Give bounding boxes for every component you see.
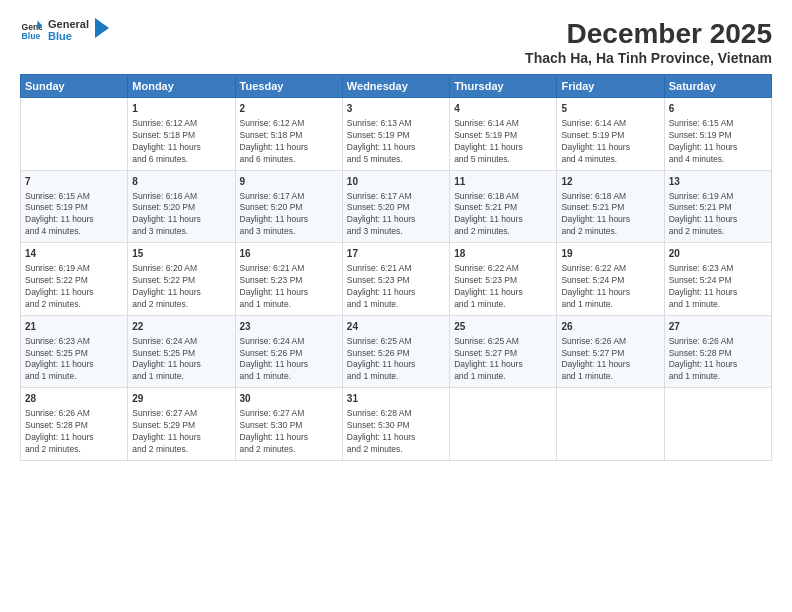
logo-chevron	[95, 18, 109, 38]
day-number: 1	[132, 102, 230, 116]
page: General Blue General Blue December 2025 …	[0, 0, 792, 612]
day-info: Sunrise: 6:14 AM Sunset: 5:19 PM Dayligh…	[561, 118, 659, 166]
calendar-cell: 25Sunrise: 6:25 AM Sunset: 5:27 PM Dayli…	[450, 315, 557, 388]
day-info: Sunrise: 6:28 AM Sunset: 5:30 PM Dayligh…	[347, 408, 445, 456]
calendar-cell: 22Sunrise: 6:24 AM Sunset: 5:25 PM Dayli…	[128, 315, 235, 388]
day-number: 18	[454, 247, 552, 261]
calendar-cell: 14Sunrise: 6:19 AM Sunset: 5:22 PM Dayli…	[21, 243, 128, 316]
day-info: Sunrise: 6:23 AM Sunset: 5:24 PM Dayligh…	[669, 263, 767, 311]
calendar-cell: 31Sunrise: 6:28 AM Sunset: 5:30 PM Dayli…	[342, 388, 449, 461]
calendar-cell: 6Sunrise: 6:15 AM Sunset: 5:19 PM Daylig…	[664, 98, 771, 171]
day-number: 29	[132, 392, 230, 406]
logo-blue: Blue	[48, 30, 89, 42]
day-number: 27	[669, 320, 767, 334]
day-info: Sunrise: 6:22 AM Sunset: 5:23 PM Dayligh…	[454, 263, 552, 311]
calendar-week-row: 21Sunrise: 6:23 AM Sunset: 5:25 PM Dayli…	[21, 315, 772, 388]
header-row: SundayMondayTuesdayWednesdayThursdayFrid…	[21, 75, 772, 98]
calendar-cell: 16Sunrise: 6:21 AM Sunset: 5:23 PM Dayli…	[235, 243, 342, 316]
calendar-cell: 7Sunrise: 6:15 AM Sunset: 5:19 PM Daylig…	[21, 170, 128, 243]
day-info: Sunrise: 6:26 AM Sunset: 5:27 PM Dayligh…	[561, 336, 659, 384]
day-info: Sunrise: 6:15 AM Sunset: 5:19 PM Dayligh…	[25, 191, 123, 239]
day-info: Sunrise: 6:27 AM Sunset: 5:29 PM Dayligh…	[132, 408, 230, 456]
day-number: 19	[561, 247, 659, 261]
day-info: Sunrise: 6:24 AM Sunset: 5:25 PM Dayligh…	[132, 336, 230, 384]
day-number: 15	[132, 247, 230, 261]
logo-icon: General Blue	[20, 19, 42, 41]
day-info: Sunrise: 6:23 AM Sunset: 5:25 PM Dayligh…	[25, 336, 123, 384]
calendar-cell: 13Sunrise: 6:19 AM Sunset: 5:21 PM Dayli…	[664, 170, 771, 243]
day-number: 2	[240, 102, 338, 116]
main-title: December 2025	[525, 18, 772, 50]
day-number: 22	[132, 320, 230, 334]
day-number: 10	[347, 175, 445, 189]
calendar-cell: 24Sunrise: 6:25 AM Sunset: 5:26 PM Dayli…	[342, 315, 449, 388]
day-number: 5	[561, 102, 659, 116]
day-number: 3	[347, 102, 445, 116]
day-number: 25	[454, 320, 552, 334]
day-number: 21	[25, 320, 123, 334]
calendar-cell: 1Sunrise: 6:12 AM Sunset: 5:18 PM Daylig…	[128, 98, 235, 171]
day-number: 8	[132, 175, 230, 189]
calendar-cell: 20Sunrise: 6:23 AM Sunset: 5:24 PM Dayli…	[664, 243, 771, 316]
calendar-cell: 3Sunrise: 6:13 AM Sunset: 5:19 PM Daylig…	[342, 98, 449, 171]
calendar-cell: 28Sunrise: 6:26 AM Sunset: 5:28 PM Dayli…	[21, 388, 128, 461]
calendar-cell: 10Sunrise: 6:17 AM Sunset: 5:20 PM Dayli…	[342, 170, 449, 243]
logo: General Blue General Blue	[20, 18, 109, 42]
day-info: Sunrise: 6:12 AM Sunset: 5:18 PM Dayligh…	[132, 118, 230, 166]
day-info: Sunrise: 6:25 AM Sunset: 5:27 PM Dayligh…	[454, 336, 552, 384]
day-number: 6	[669, 102, 767, 116]
day-info: Sunrise: 6:26 AM Sunset: 5:28 PM Dayligh…	[669, 336, 767, 384]
calendar-week-row: 7Sunrise: 6:15 AM Sunset: 5:19 PM Daylig…	[21, 170, 772, 243]
subtitle: Thach Ha, Ha Tinh Province, Vietnam	[525, 50, 772, 66]
calendar-cell: 5Sunrise: 6:14 AM Sunset: 5:19 PM Daylig…	[557, 98, 664, 171]
calendar-cell: 26Sunrise: 6:26 AM Sunset: 5:27 PM Dayli…	[557, 315, 664, 388]
header-day: Thursday	[450, 75, 557, 98]
header-day: Wednesday	[342, 75, 449, 98]
day-number: 31	[347, 392, 445, 406]
day-info: Sunrise: 6:19 AM Sunset: 5:21 PM Dayligh…	[669, 191, 767, 239]
day-info: Sunrise: 6:24 AM Sunset: 5:26 PM Dayligh…	[240, 336, 338, 384]
calendar-week-row: 1Sunrise: 6:12 AM Sunset: 5:18 PM Daylig…	[21, 98, 772, 171]
day-info: Sunrise: 6:21 AM Sunset: 5:23 PM Dayligh…	[240, 263, 338, 311]
day-number: 4	[454, 102, 552, 116]
calendar-cell: 9Sunrise: 6:17 AM Sunset: 5:20 PM Daylig…	[235, 170, 342, 243]
header-day: Monday	[128, 75, 235, 98]
day-number: 24	[347, 320, 445, 334]
calendar-table: SundayMondayTuesdayWednesdayThursdayFrid…	[20, 74, 772, 461]
day-info: Sunrise: 6:25 AM Sunset: 5:26 PM Dayligh…	[347, 336, 445, 384]
header-day: Saturday	[664, 75, 771, 98]
header-day: Sunday	[21, 75, 128, 98]
day-info: Sunrise: 6:19 AM Sunset: 5:22 PM Dayligh…	[25, 263, 123, 311]
day-number: 17	[347, 247, 445, 261]
svg-marker-3	[95, 18, 109, 38]
calendar-cell: 27Sunrise: 6:26 AM Sunset: 5:28 PM Dayli…	[664, 315, 771, 388]
logo-general: General	[48, 18, 89, 30]
day-number: 14	[25, 247, 123, 261]
day-info: Sunrise: 6:16 AM Sunset: 5:20 PM Dayligh…	[132, 191, 230, 239]
day-number: 20	[669, 247, 767, 261]
day-number: 9	[240, 175, 338, 189]
calendar-cell: 4Sunrise: 6:14 AM Sunset: 5:19 PM Daylig…	[450, 98, 557, 171]
day-info: Sunrise: 6:15 AM Sunset: 5:19 PM Dayligh…	[669, 118, 767, 166]
header: General Blue General Blue December 2025 …	[20, 18, 772, 66]
day-number: 23	[240, 320, 338, 334]
day-number: 11	[454, 175, 552, 189]
day-number: 26	[561, 320, 659, 334]
calendar-cell	[21, 98, 128, 171]
day-info: Sunrise: 6:26 AM Sunset: 5:28 PM Dayligh…	[25, 408, 123, 456]
day-info: Sunrise: 6:20 AM Sunset: 5:22 PM Dayligh…	[132, 263, 230, 311]
calendar-cell: 23Sunrise: 6:24 AM Sunset: 5:26 PM Dayli…	[235, 315, 342, 388]
day-info: Sunrise: 6:21 AM Sunset: 5:23 PM Dayligh…	[347, 263, 445, 311]
day-info: Sunrise: 6:14 AM Sunset: 5:19 PM Dayligh…	[454, 118, 552, 166]
calendar-cell	[557, 388, 664, 461]
calendar-cell: 30Sunrise: 6:27 AM Sunset: 5:30 PM Dayli…	[235, 388, 342, 461]
calendar-cell: 12Sunrise: 6:18 AM Sunset: 5:21 PM Dayli…	[557, 170, 664, 243]
calendar-week-row: 28Sunrise: 6:26 AM Sunset: 5:28 PM Dayli…	[21, 388, 772, 461]
day-number: 16	[240, 247, 338, 261]
calendar-cell: 29Sunrise: 6:27 AM Sunset: 5:29 PM Dayli…	[128, 388, 235, 461]
day-number: 28	[25, 392, 123, 406]
svg-text:Blue: Blue	[22, 32, 41, 42]
day-number: 30	[240, 392, 338, 406]
calendar-week-row: 14Sunrise: 6:19 AM Sunset: 5:22 PM Dayli…	[21, 243, 772, 316]
title-block: December 2025 Thach Ha, Ha Tinh Province…	[525, 18, 772, 66]
